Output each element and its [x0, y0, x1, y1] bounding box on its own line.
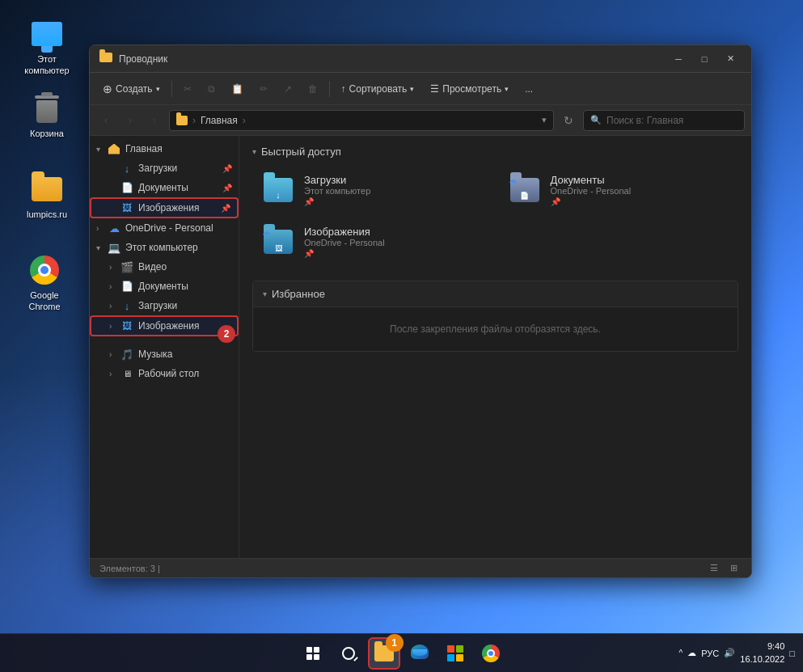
breadcrumb-separator-2: ›	[243, 115, 246, 126]
edge-taskbar-icon	[411, 645, 429, 662]
qa-pin-documents: 📌	[551, 197, 731, 206]
favorites-title: Избранное	[272, 288, 325, 300]
back-button[interactable]: ‹	[96, 111, 116, 130]
edge-taskbar-button[interactable]	[404, 637, 436, 670]
explorer-window: Проводник ─ □ ✕ ⊕ Создать ▾ ✂ ⧉ 📋	[89, 44, 752, 578]
chrome-icon	[30, 256, 59, 285]
sidebar-item-video[interactable]: › 🎬 Видео	[90, 257, 239, 277]
title-bar: Проводник ─ □ ✕	[90, 45, 751, 73]
address-dropdown-icon[interactable]: ▾	[542, 115, 547, 125]
desktop-icon-label-trash: Корзина	[30, 128, 64, 139]
music-icon-sidebar: 🎵	[120, 348, 133, 361]
taskbar-center: 1	[297, 637, 507, 670]
sidebar-item-onedrive[interactable]: › ☁ OneDrive - Personal	[90, 218, 239, 238]
documents-icon: 📄	[120, 181, 133, 194]
tray-chevron-icon[interactable]: ^	[679, 649, 683, 657]
maximize-button[interactable]: □	[693, 51, 716, 67]
desktop-icon-trash[interactable]: Корзина	[15, 89, 79, 142]
sidebar-item-downloads[interactable]: › ↓ Загрузки 📌	[90, 158, 239, 178]
address-input[interactable]: › Главная › ▾	[169, 110, 554, 131]
breadcrumb-home[interactable]: Главная	[201, 115, 238, 126]
rename-button[interactable]: ✏	[253, 80, 274, 98]
status-items-count: Элементов: 3 |	[99, 564, 160, 573]
search-taskbar-button[interactable]	[332, 637, 365, 670]
favorites-header: ▾ Избранное	[253, 281, 737, 307]
cut-button[interactable]: ✂	[177, 80, 198, 98]
store-taskbar-icon	[447, 645, 463, 661]
grid-view-button[interactable]: ⊞	[725, 561, 742, 576]
qa-sub-downloads: Этот компьютер	[304, 186, 484, 196]
tray-clock: 9:40 16.10.2022	[740, 640, 784, 666]
qa-item-documents[interactable]: 📄 ☁ Документы OneDrive - Personal 📌	[499, 167, 739, 213]
qa-name-downloads: Загрузки	[304, 174, 484, 186]
quick-access-chevron-icon: ▾	[252, 147, 256, 156]
copy-button[interactable]: ⧉	[201, 80, 222, 98]
qa-info-images: Изображения OneDrive - Personal 📌	[304, 226, 484, 258]
status-bar: Элементов: 3 | ☰ ⊞	[90, 558, 751, 577]
sidebar-item-images2[interactable]: › 🖼 Изображения	[90, 315, 239, 336]
chrome-taskbar-button[interactable]	[475, 637, 507, 670]
up-button[interactable]: ↑	[145, 111, 164, 130]
desktop-icon-label-lumpics: lumpics.ru	[27, 209, 67, 220]
qa-pin-downloads: 📌	[304, 197, 484, 206]
create-button[interactable]: ⊕ Создать ▾	[96, 79, 167, 99]
sidebar-label-video: Видео	[138, 261, 232, 273]
address-bar: ‹ › ↑ › Главная › ▾ ↻ 🔍 Поиск в: Главная	[90, 105, 751, 136]
view-icon: ☰	[430, 83, 439, 95]
sidebar-item-this-pc[interactable]: ▾ 💻 Этот компьютер	[90, 238, 239, 257]
breadcrumb-separator-1: ›	[192, 115, 196, 126]
rename-icon: ✏	[260, 83, 268, 95]
view-button[interactable]: ☰ Просмотреть ▾	[424, 80, 515, 98]
share-button[interactable]: ↗	[277, 80, 298, 98]
start-button[interactable]	[297, 637, 329, 670]
qa-sub-documents: OneDrive - Personal	[551, 186, 731, 196]
desktop-icon-this-computer[interactable]: Этот компьютер	[15, 15, 79, 80]
qa-item-images[interactable]: 🖼 ☁ Изображения OneDrive - Personal 📌	[252, 219, 492, 264]
share-icon: ↗	[284, 83, 292, 95]
sidebar-item-desktop-folder[interactable]: › 🖥 Рабочий стол	[90, 364, 239, 383]
windows-logo-icon	[306, 647, 319, 660]
more-button[interactable]: ...	[518, 80, 539, 98]
refresh-button[interactable]: ↻	[559, 111, 578, 130]
home-icon	[108, 142, 120, 155]
tray-notification-icon[interactable]: □	[789, 649, 795, 658]
sort-button[interactable]: ↑ Сортировать ▾	[335, 80, 421, 98]
delete-button[interactable]: 🗑	[302, 80, 324, 98]
qa-icon-wrap-downloads: ↓	[260, 174, 296, 206]
images2-icon-sidebar: 🖼	[120, 319, 133, 332]
forward-button[interactable]: ›	[120, 111, 140, 130]
store-taskbar-button[interactable]	[439, 637, 471, 670]
qa-name-documents: Документы	[551, 174, 731, 186]
search-box[interactable]: 🔍 Поиск в: Главная	[583, 110, 745, 131]
sidebar-item-documents[interactable]: › 📄 Документы 📌	[90, 178, 239, 197]
sidebar-item-music[interactable]: › 🎵 Музыка	[90, 344, 239, 364]
sidebar-item-images[interactable]: › 🖼 Изображения 📌	[90, 197, 239, 218]
minimize-button[interactable]: ─	[667, 51, 690, 67]
qa-item-downloads[interactable]: ↓ Загрузки Этот компьютер 📌	[252, 167, 492, 213]
sidebar-item-home[interactable]: ▾ Главная	[90, 139, 239, 158]
explorer-taskbar-wrap: 1	[368, 637, 400, 670]
toolbar: ⊕ Создать ▾ ✂ ⧉ 📋 ✏ ↗ 🗑	[90, 73, 751, 105]
toolbar-divider-2	[329, 81, 330, 97]
qa-icon-wrap-documents: 📄 ☁	[507, 174, 543, 206]
list-view-button[interactable]: ☰	[706, 561, 722, 576]
paste-button[interactable]: 📋	[225, 80, 250, 98]
tray-lang: РУС	[701, 649, 719, 658]
explorer-taskbar-button[interactable]	[368, 637, 400, 670]
monitor-icon	[32, 22, 62, 46]
desktop-icon-chrome[interactable]: Google Chrome	[12, 251, 77, 316]
images-icon-sidebar: 🖼	[120, 201, 133, 214]
sort-icon: ↑	[341, 83, 346, 95]
search-icon: 🔍	[590, 115, 602, 125]
sidebar-item-documents2[interactable]: › 📄 Документы	[90, 277, 239, 296]
favorites-body: После закрепления файлы отобразятся здес…	[253, 307, 737, 351]
close-button[interactable]: ✕	[719, 51, 742, 67]
this-pc-icon-sidebar: 💻	[108, 241, 120, 254]
sidebar-item-downloads2[interactable]: › ↓ Загрузки	[90, 296, 239, 315]
sidebar-label-documents: Документы	[138, 182, 219, 193]
favorites-empty-text: После закрепления файлы отобразятся здес…	[390, 323, 601, 335]
sidebar-label-images: Изображения	[138, 202, 218, 213]
desktop-folder-icon-sidebar: 🖥	[120, 367, 133, 380]
desktop-icon-folder-lumpics[interactable]: lumpics.ru	[15, 170, 79, 223]
main-content: ▾ Главная › ↓ Загрузки 📌 › 📄	[90, 136, 751, 558]
